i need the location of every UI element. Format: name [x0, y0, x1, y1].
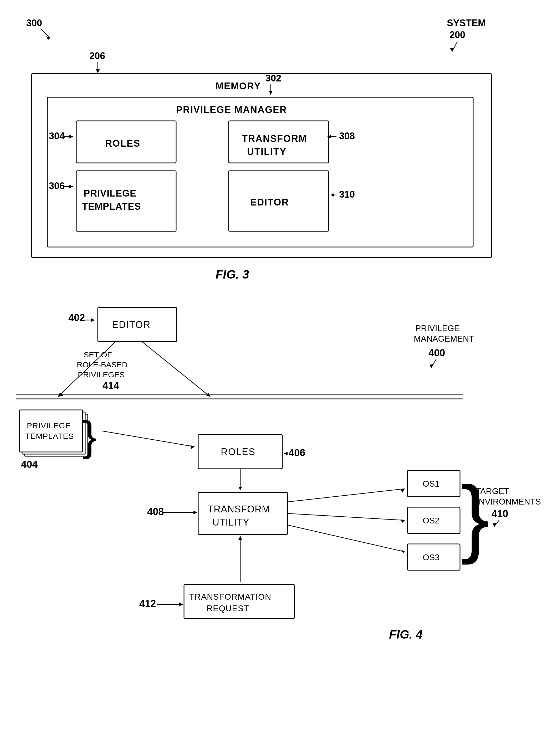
svg-marker-45	[193, 511, 197, 514]
system-label: SYSTEM	[447, 18, 486, 28]
ref-304-label: 304	[49, 131, 65, 141]
priv-templates-label2-fig4: TEMPLATES	[25, 432, 74, 440]
ref-402-label: 402	[68, 312, 85, 323]
pt-brace: }	[82, 413, 96, 460]
ref-310-label: 310	[339, 189, 355, 200]
ref-206-label: 206	[89, 50, 105, 61]
target-brace: }	[461, 468, 489, 565]
page: 300 SYSTEM 200 206 MEMORY 302 PRIVILEGE …	[0, 0, 547, 756]
svg-rect-18	[76, 171, 176, 231]
set-roles-label1: SET OF	[84, 350, 112, 359]
svg-marker-47	[401, 489, 405, 493]
ref-200-label: 200	[450, 29, 465, 40]
svg-marker-42	[238, 487, 242, 490]
svg-marker-56	[493, 523, 496, 527]
svg-marker-58	[238, 536, 242, 540]
svg-line-27	[58, 342, 116, 397]
svg-line-55	[494, 520, 499, 527]
ref-410-label: 410	[492, 508, 508, 519]
transformation-req-label2: REQUEST	[206, 604, 249, 613]
transformation-req-label1: TRANSFORMATION	[189, 592, 271, 601]
svg-marker-17	[69, 185, 73, 188]
svg-rect-26	[98, 307, 177, 342]
priv-templates-label1-fig4: PRIVILEGE	[27, 421, 71, 430]
set-roles-label2: ROLE-BASED	[77, 360, 127, 369]
memory-label: MEMORY	[215, 81, 261, 91]
svg-marker-30	[206, 393, 210, 397]
editor-label-fig4: EDITOR	[112, 319, 151, 330]
ref-306-label: 306	[49, 181, 65, 191]
svg-marker-40	[284, 452, 288, 455]
priv-templates-label-fig3: PRIVILEGE	[84, 188, 136, 199]
fig4-caption: FIG. 4	[389, 628, 423, 641]
transform-utility-label2-fig3: UTILITY	[247, 146, 287, 157]
svg-marker-3	[450, 48, 454, 52]
svg-marker-21	[331, 193, 334, 197]
priv-mgmt-label: PRIVILEGE	[415, 323, 460, 333]
ref-412-label: 412	[139, 598, 156, 609]
svg-marker-11	[69, 135, 73, 138]
ref-414-label: 414	[102, 380, 119, 391]
svg-line-46	[288, 489, 405, 502]
svg-line-36	[102, 431, 194, 447]
ref-406-label: 406	[289, 447, 305, 458]
privilege-manager-label: PRIVILEGE MANAGER	[176, 104, 287, 115]
ref-308-label: 308	[339, 131, 355, 141]
priv-mgmt-label2: MANAGEMENT	[414, 334, 474, 343]
svg-line-50	[288, 525, 405, 552]
roles-label-fig4: ROLES	[221, 446, 255, 457]
ref-400-label: 400	[429, 347, 445, 358]
svg-rect-59	[184, 584, 295, 619]
os1-label: OS1	[423, 479, 440, 488]
fig3-caption: FIG. 3	[215, 268, 249, 281]
svg-marker-23	[430, 364, 433, 368]
svg-rect-38	[198, 435, 282, 469]
os3-label: OS3	[423, 553, 440, 562]
ref-404-label: 404	[21, 459, 38, 470]
svg-rect-54	[408, 544, 460, 570]
target-env-label1: TARGET	[476, 486, 509, 496]
svg-rect-52	[408, 470, 460, 497]
svg-marker-37	[190, 445, 194, 449]
ref-300-label: 300	[26, 18, 42, 28]
svg-rect-35	[19, 410, 82, 452]
transform-utility-label2-fig4: UTILITY	[212, 517, 249, 528]
priv-templates-label2-fig3: TEMPLATES	[82, 201, 141, 212]
svg-line-29	[142, 342, 210, 397]
svg-line-22	[431, 359, 436, 368]
svg-marker-51	[401, 549, 405, 553]
svg-rect-53	[408, 507, 460, 533]
ref-302-label: 302	[265, 73, 281, 84]
svg-marker-61	[179, 603, 183, 606]
transform-utility-label-fig3: TRANSFORM	[242, 133, 307, 144]
svg-marker-5	[96, 69, 100, 73]
svg-rect-15	[229, 121, 329, 163]
svg-rect-19	[229, 171, 329, 231]
set-roles-label3: PRIVILEGES	[78, 370, 125, 379]
svg-rect-12	[76, 121, 176, 163]
transform-utility-label1-fig4: TRANSFORM	[208, 504, 270, 515]
svg-line-48	[288, 513, 405, 520]
svg-rect-34	[22, 412, 85, 454]
svg-marker-8	[269, 91, 272, 95]
svg-marker-49	[401, 519, 405, 523]
ref-408-label: 408	[147, 506, 164, 517]
editor-label-fig3: EDITOR	[250, 197, 289, 208]
target-env-label2: ENVIRONMENTS	[473, 497, 541, 506]
svg-marker-25	[91, 318, 95, 322]
svg-rect-33	[25, 414, 88, 456]
svg-line-0	[41, 29, 50, 38]
svg-marker-28	[58, 393, 63, 397]
svg-rect-6	[32, 74, 492, 258]
svg-rect-43	[198, 492, 288, 534]
svg-marker-14	[328, 135, 331, 138]
os2-label: OS2	[423, 516, 440, 525]
roles-label-fig3: ROLES	[105, 138, 140, 149]
svg-marker-1	[46, 36, 50, 40]
svg-rect-9	[47, 97, 473, 247]
svg-line-2	[452, 42, 457, 52]
